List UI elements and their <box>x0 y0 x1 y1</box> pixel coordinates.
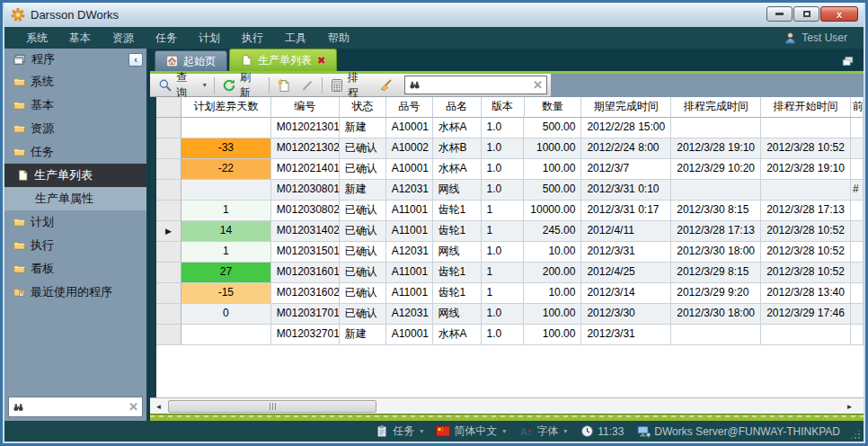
sidebar-item[interactable]: 系统 <box>4 70 146 94</box>
row-marker <box>156 283 182 304</box>
table-cell: A11001 <box>386 201 433 221</box>
table-cell <box>761 118 851 138</box>
sidebar-item[interactable]: 最近使用的程序 <box>4 281 146 304</box>
table-cell: 新建 <box>340 325 386 345</box>
collapse-sidebar-button[interactable]: ‹ <box>128 53 143 67</box>
minimize-button[interactable] <box>766 6 793 22</box>
table-cell: 新建 <box>340 180 386 201</box>
table-cell <box>182 325 271 345</box>
close-tab-icon[interactable]: ✖ <box>317 55 325 67</box>
clear-search-icon[interactable]: ✕ <box>128 400 138 414</box>
column-header[interactable]: 品名 <box>433 97 482 118</box>
sidebar-item-label: 系统 <box>31 74 54 90</box>
sidebar-search-box[interactable]: ✕ <box>8 397 143 417</box>
table-cell: 100.00 <box>524 304 581 325</box>
menu-item[interactable]: 执行 <box>231 27 274 49</box>
status-item[interactable]: 11:33 <box>576 424 627 439</box>
table-cell: 2012/3/31 <box>581 242 671 263</box>
column-header[interactable]: 数量 <box>525 97 582 118</box>
column-header[interactable]: 品号 <box>386 97 433 118</box>
table-row[interactable]: -33M012021302已确认A10002水杯B1.01000.002012/… <box>156 138 864 159</box>
table-row[interactable]: 1M012031501已确认A12031网线1.010.002012/3/312… <box>156 242 864 263</box>
sidebar-item[interactable]: 执行 <box>4 234 146 257</box>
menu-item[interactable]: 资源 <box>102 27 145 49</box>
status-item-label: 任务 <box>393 424 414 439</box>
sidebar-item[interactable]: 计划 <box>4 210 146 234</box>
table-cell <box>851 118 864 138</box>
table-cell: 2012/3/28 17:13 <box>761 201 851 221</box>
table-row[interactable]: M012030801新建A12031网线1.0500.002012/3/31 0… <box>156 180 864 201</box>
sidebar-item[interactable]: 看板 <box>4 257 146 281</box>
table-row[interactable]: M012032701新建A10001水杯A1.0100.002012/3/31 <box>156 325 864 345</box>
sidebar-item[interactable]: 基本 <box>4 94 146 117</box>
scroll-right-icon[interactable]: ► <box>843 399 856 414</box>
sidebar-item-label: 最近使用的程序 <box>31 284 112 300</box>
page-icon <box>17 170 29 182</box>
table-row[interactable]: 27M012031601已确认A11001齿轮11200.002012/4/25… <box>156 263 864 283</box>
table-row[interactable]: ▶14M012031402已确认A11001齿轮11245.002012/4/1… <box>156 221 864 242</box>
user-box[interactable]: Test User <box>783 27 847 49</box>
table-cell: M012021301 <box>271 118 340 138</box>
toolbar-button[interactable] <box>272 76 296 94</box>
sidebar-item[interactable]: 生产单属性 <box>4 187 146 210</box>
status-item[interactable]: DWorks Server@FUNWAY-THINKPAD <box>633 424 844 439</box>
column-header[interactable]: 编号 <box>271 97 340 118</box>
resize-grip[interactable] <box>849 428 860 439</box>
table-cell: 10.00 <box>524 283 581 304</box>
column-header[interactable]: 期望完成时间 <box>581 97 671 118</box>
table-cell <box>761 180 851 201</box>
column-header[interactable]: 计划差异天数 <box>182 97 271 118</box>
table-cell: 500.00 <box>524 118 581 138</box>
sidebar-item-label: 执行 <box>31 237 54 254</box>
status-item[interactable]: 任务▾ <box>371 424 427 439</box>
table-row[interactable]: 0M012031701已确认A12031网线1.0100.002012/3/30… <box>156 304 864 325</box>
table-row[interactable]: 1M012030802已确认A11001齿轮1110000.002012/3/3… <box>156 201 864 221</box>
table-cell: A11001 <box>386 221 433 242</box>
column-header[interactable]: 前 <box>851 97 864 118</box>
sidebar-item[interactable]: 任务 <box>4 140 146 164</box>
menu-item[interactable]: 基本 <box>58 27 102 49</box>
windows-stack-icon[interactable] <box>840 54 855 68</box>
scrollbar-thumb[interactable] <box>168 400 376 413</box>
table-cell: -22 <box>182 159 271 180</box>
sidebar-item[interactable]: 资源 <box>4 117 146 140</box>
sidebar-item[interactable]: 生产单列表 <box>4 164 146 187</box>
table-cell: 1 <box>182 201 271 221</box>
table-row[interactable]: -15M012031602已确认A11001齿轮1110.002012/3/14… <box>156 283 864 304</box>
table-cell: 0 <box>182 304 271 325</box>
scroll-left-icon[interactable]: ◄ <box>152 399 165 414</box>
status-item[interactable]: A字体▾ <box>515 424 571 439</box>
status-item[interactable]: 简体中文▾ <box>432 424 509 439</box>
column-header[interactable]: 版本 <box>482 97 525 118</box>
folder-icon <box>13 123 25 135</box>
production-order-table: 计划差异天数编号状态品号品名版本数量期望完成时间排程完成时间排程开始时间前M01… <box>150 97 864 397</box>
menu-item[interactable]: 帮助 <box>317 27 360 49</box>
menu-item[interactable]: 任务 <box>145 27 188 49</box>
horizontal-scrollbar[interactable]: ◄ ► <box>150 397 864 414</box>
column-header[interactable]: 排程开始时间 <box>761 97 851 118</box>
clear-search-icon[interactable]: ✕ <box>533 78 543 92</box>
row-marker <box>156 263 182 283</box>
table-row[interactable]: M012021301新建A10001水杯A1.0500.002012/2/28 … <box>156 118 864 138</box>
table-cell: M012031602 <box>271 283 340 304</box>
table-cell: 2012/3/30 8:15 <box>671 201 761 221</box>
toolbar-button[interactable] <box>374 76 397 94</box>
table-row[interactable]: -22M012021401已确认A10001水杯A1.0100.002012/3… <box>156 159 864 180</box>
menu-item[interactable]: 系统 <box>15 27 58 49</box>
table-cell: 已确认 <box>340 138 386 159</box>
menu-item[interactable]: 工具 <box>274 27 317 49</box>
close-button[interactable]: x <box>820 6 858 22</box>
table-cell: 1 <box>482 263 525 283</box>
toolbar-search-input[interactable] <box>421 76 534 94</box>
column-header <box>156 97 182 118</box>
column-header[interactable]: 排程完成时间 <box>671 97 761 118</box>
maximize-button[interactable] <box>793 6 819 22</box>
table-cell: 2012/3/28 17:13 <box>671 221 761 242</box>
table-cell: 水杯A <box>433 159 482 180</box>
table-cell: 1 <box>482 201 525 221</box>
toolbar-search-box[interactable]: ✕ <box>404 76 547 94</box>
column-header[interactable]: 状态 <box>340 97 386 118</box>
toolbar-button[interactable] <box>296 76 319 94</box>
table-cell: 2012/3/31 0:10 <box>581 180 671 201</box>
menu-item[interactable]: 计划 <box>188 27 231 49</box>
